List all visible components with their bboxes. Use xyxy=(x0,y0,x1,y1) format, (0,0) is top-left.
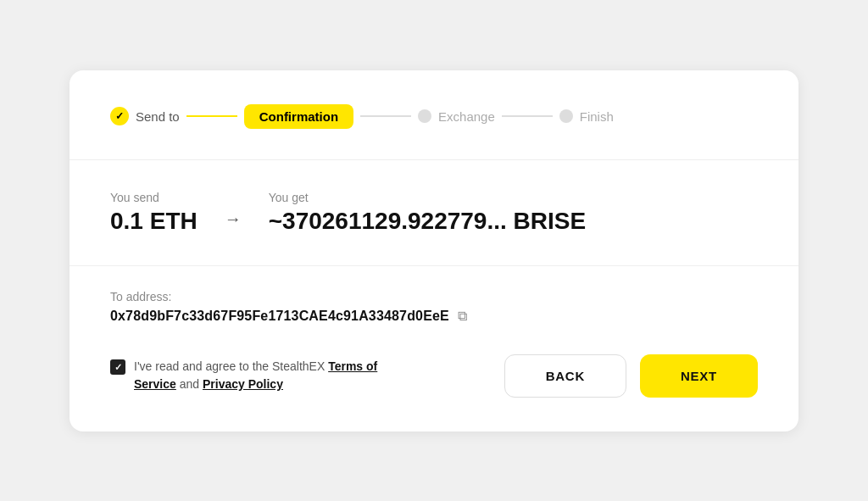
address-row: 0x78d9bF7c33d67F95Fe1713CAE4c91A33487d0E… xyxy=(110,309,758,324)
checkmark-icon: ✓ xyxy=(110,107,129,125)
privacy-policy-link[interactable]: Privacy Policy xyxy=(203,377,283,391)
terms-text: I've read and agree to the StealthEX Ter… xyxy=(134,358,398,393)
arrow-right-icon: → xyxy=(225,209,242,229)
send-block: You send 0.1 ETH xyxy=(110,191,198,235)
step-send-to: ✓ Send to xyxy=(110,107,180,125)
step-line-3 xyxy=(502,115,553,117)
step-finish-dot xyxy=(559,109,573,123)
address-value: 0x78d9bF7c33d67F95Fe1713CAE4c91A33487d0E… xyxy=(110,309,449,324)
divider-2 xyxy=(70,265,798,266)
step-send-to-label: Send to xyxy=(136,109,180,124)
step-exchange-dot xyxy=(418,109,431,123)
step-confirmation-label: Confirmation xyxy=(244,104,353,129)
receive-block: You get ~370261129.922779... BRISE xyxy=(269,191,586,235)
action-buttons: BACK NEXT xyxy=(504,354,758,398)
terms-and: and xyxy=(176,377,203,391)
step-exchange: Exchange xyxy=(418,109,495,124)
back-button[interactable]: BACK xyxy=(504,354,626,398)
receive-label: You get xyxy=(269,191,586,204)
receive-value: ~370261129.922779... BRISE xyxy=(269,208,586,235)
exchange-info: You send 0.1 ETH → You get ~370261129.92… xyxy=(110,191,758,235)
terms-section: ✓ I've read and agree to the StealthEX T… xyxy=(110,358,398,393)
step-exchange-label: Exchange xyxy=(438,109,495,124)
next-button[interactable]: NEXT xyxy=(640,354,758,398)
terms-prefix: I've read and agree to the StealthEX xyxy=(134,359,328,373)
divider-1 xyxy=(70,159,798,160)
step-line-2 xyxy=(360,115,411,117)
terms-checkbox[interactable]: ✓ xyxy=(110,359,125,375)
bottom-row: ✓ I've read and agree to the StealthEX T… xyxy=(110,354,758,398)
step-finish-label: Finish xyxy=(580,109,614,124)
copy-icon[interactable]: ⧉ xyxy=(458,309,467,324)
confirmation-card: ✓ Send to Confirmation Exchange Finish Y… xyxy=(70,70,798,431)
step-finish: Finish xyxy=(559,109,614,124)
address-label: To address: xyxy=(110,290,758,303)
step-line-1 xyxy=(186,115,237,117)
send-value: 0.1 ETH xyxy=(110,208,198,235)
send-label: You send xyxy=(110,191,198,204)
address-section: To address: 0x78d9bF7c33d67F95Fe1713CAE4… xyxy=(110,290,758,324)
step-confirmation: Confirmation xyxy=(244,104,353,129)
stepper: ✓ Send to Confirmation Exchange Finish xyxy=(110,104,758,129)
